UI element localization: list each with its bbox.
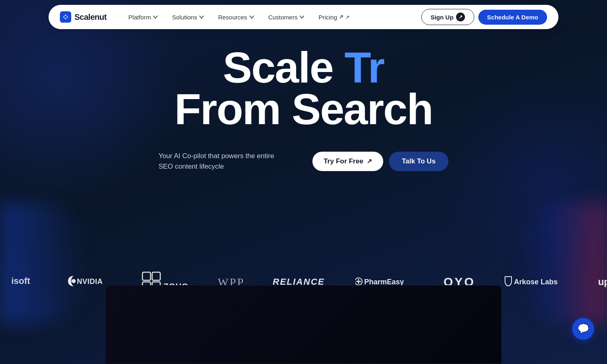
nav-actions: Sign Up Schedule A Demo	[421, 9, 547, 25]
nav-resources[interactable]: Resources	[212, 11, 260, 23]
video-section	[105, 285, 502, 364]
svg-text:NVIDIA: NVIDIA	[77, 277, 103, 286]
svg-text:isoft: isoft	[11, 276, 30, 286]
nav-pricing[interactable]: Pricing	[313, 11, 355, 23]
chat-button[interactable]	[572, 318, 594, 340]
navigation: Scalenut Platform Solutions Resources Cu…	[49, 5, 558, 29]
upgrad-logo: upGrad	[597, 273, 607, 289]
chevron-down-icon	[249, 14, 255, 20]
hero-buttons: Try For Free Talk To Us	[312, 152, 449, 171]
hero-section: Scalenut Platform Solutions Resources Cu…	[0, 0, 607, 364]
svg-point-3	[72, 279, 76, 283]
schedule-demo-button[interactable]: Schedule A Demo	[478, 10, 547, 25]
arkose-labs-logo: Arkose Labs	[502, 273, 575, 289]
video-player[interactable]	[105, 285, 502, 364]
microsoft-logo: isoft	[11, 274, 44, 286]
svg-rect-5	[142, 272, 151, 280]
nav-platform[interactable]: Platform	[123, 11, 164, 23]
nav-links: Platform Solutions Resources Customers P…	[123, 11, 421, 23]
signup-arrow-icon	[456, 13, 465, 21]
chevron-down-icon	[199, 14, 204, 20]
external-link-icon	[339, 15, 344, 19]
talk-to-us-button[interactable]: Talk To Us	[389, 152, 448, 171]
list-item: Arkose Labs	[490, 267, 586, 295]
hero-title-line2: From Search	[174, 86, 433, 132]
svg-text:upGrad: upGrad	[598, 276, 607, 287]
hero-title-line1: Scale Tr	[174, 44, 433, 90]
signup-button[interactable]: Sign Up	[421, 9, 474, 25]
list-item: upGrad	[586, 267, 607, 295]
try-free-button[interactable]: Try For Free	[312, 152, 383, 171]
chevron-down-icon	[299, 14, 305, 20]
logo-text: Scalenut	[74, 13, 106, 22]
chevron-down-icon	[153, 14, 158, 20]
hero-description: Your AI Co-pilot that powers the entire …	[159, 151, 280, 172]
list-item: isoft	[0, 267, 55, 295]
light-left-decoration	[0, 202, 89, 324]
logo[interactable]: Scalenut	[60, 11, 106, 23]
svg-text:PharmEasy: PharmEasy	[364, 278, 404, 286]
svg-text:Arkose Labs: Arkose Labs	[514, 278, 558, 286]
scalenut-logo-icon	[60, 11, 71, 23]
hero-subtitle-section: Your AI Co-pilot that powers the entire …	[159, 151, 449, 172]
svg-rect-6	[152, 272, 160, 280]
hero-title: Scale Tr From Search	[174, 44, 433, 132]
light-right-decoration	[518, 202, 607, 324]
svg-rect-1	[64, 16, 67, 18]
nav-customers[interactable]: Customers	[263, 11, 311, 23]
try-free-arrow-icon	[367, 157, 372, 165]
nav-solutions[interactable]: Solutions	[166, 11, 210, 23]
